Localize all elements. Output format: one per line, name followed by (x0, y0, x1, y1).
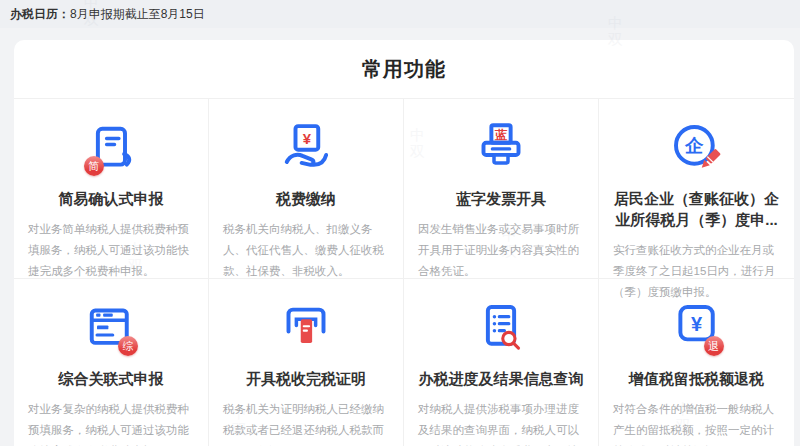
card-simplified-confirmation-declaration[interactable]: 简 简易确认式申报 对业务简单纳税人提供税费种预填服务，纳税人可通过该功能快捷完… (14, 99, 209, 279)
common-functions-panel: 常用功能 简 简易确认式申报 对业务简单纳税人提供税费种预填服务，纳税人可通过该… (14, 40, 794, 446)
card-tax-payment-certificate[interactable]: 开具税收完税证明 税务机关为证明纳税人已经缴纳税款或者已经退还纳税人税款而开具的… (209, 279, 404, 446)
enterprise-pencil-icon: 企 (668, 119, 726, 177)
card-description: 因发生销售业务或交易事项时所开具用于证明业务内容真实性的合格凭证。 (414, 219, 588, 282)
card-title: 开具税收完税证明 (219, 368, 393, 389)
jian-badge: 简 (84, 156, 104, 176)
yuan-glyph: ¥ (690, 313, 702, 335)
card-resident-enterprise-income-tax[interactable]: 企 居民企业（查账征收）企业所得税月（季）度申... 实行查账征收方式的企业在月… (599, 99, 794, 279)
card-vat-credit-refund[interactable]: ¥ 退 增值税留抵税额退税 对符合条件的增值税一般纳税人产生的留抵税额，按照一定… (599, 279, 794, 446)
card-comprehensive-linked-declaration[interactable]: 综 综合关联式申报 对业务复杂的纳税人提供税费种预填服务，纳税人可通过该功能快捷… (14, 279, 209, 446)
card-description: 对业务简单纳税人提供税费种预填服务，纳税人可通过该功能快捷完成多个税费种申报。 (24, 219, 198, 282)
tax-calendar-text: 8月申报期截止至8月15日 (70, 6, 205, 23)
card-description: 对符合条件的增值税一般纳税人产生的留抵税额，按照一定的计算公式予以计算退还。 (609, 399, 784, 446)
page-title: 常用功能 (14, 40, 794, 98)
yuan-refund-icon: ¥ 退 (668, 299, 726, 357)
card-title: 居民企业（查账征收）企业所得税月（季）度申... (609, 188, 784, 230)
printer-invoice-icon: 蓝 (472, 119, 530, 177)
card-description: 税务机关为证明纳税人已经缴纳税款或者已经退还纳税人税款而开具的凭证。 (219, 399, 393, 446)
card-description: 对纳税人提供涉税事项办理进度及结果的查询界面，纳税人可以通过该功能快速查看业务办… (414, 399, 588, 446)
browser-window-icon: 综 (82, 299, 140, 357)
card-description: 对业务复杂的纳税人提供税费种预填服务，纳税人可通过该功能快捷完成多个税费种申报。 (24, 399, 198, 446)
document-search-icon (472, 299, 530, 357)
receipt-slot-icon (277, 299, 335, 357)
card-title: 简易确认式申报 (24, 188, 198, 209)
card-progress-result-query[interactable]: 办税进度及结果信息查询 对纳税人提供涉税事项办理进度及结果的查询界面，纳税人可以… (404, 279, 599, 446)
card-title: 税费缴纳 (219, 188, 393, 209)
card-title: 增值税留抵税额退税 (609, 368, 784, 389)
card-blue-invoice-issuance[interactable]: 蓝 蓝字发票开具 因发生销售业务或交易事项时所开具用于证明业务内容真实性的合格凭… (404, 99, 599, 279)
yuan-glyph: ¥ (303, 131, 312, 147)
lan-glyph: 蓝 (494, 128, 508, 142)
hand-payment-icon: ¥ (277, 119, 335, 177)
zong-badge: 综 (118, 336, 138, 356)
card-title: 蓝字发票开具 (414, 188, 588, 209)
functions-grid: 简 简易确认式申报 对业务简单纳税人提供税费种预填服务，纳税人可通过该功能快捷完… (14, 98, 794, 446)
simple-declaration-scroll-icon: 简 (82, 119, 140, 177)
card-tax-payment[interactable]: ¥ 税费缴纳 税务机关向纳税人、扣缴义务人、代征代售人、缴费人征收税款、社保费、… (209, 99, 404, 279)
qi-glyph: 企 (684, 135, 704, 156)
card-description: 税务机关向纳税人、扣缴义务人、代征代售人、缴费人征收税款、社保费、非税收入。 (219, 219, 393, 282)
card-title: 办税进度及结果信息查询 (414, 368, 588, 389)
tui-badge: 退 (704, 336, 724, 356)
card-title: 综合关联式申报 (24, 368, 198, 389)
tax-calendar-bar: 办税日历： 8月申报期截止至8月15日 (0, 0, 800, 28)
tax-calendar-label: 办税日历： (10, 6, 70, 23)
